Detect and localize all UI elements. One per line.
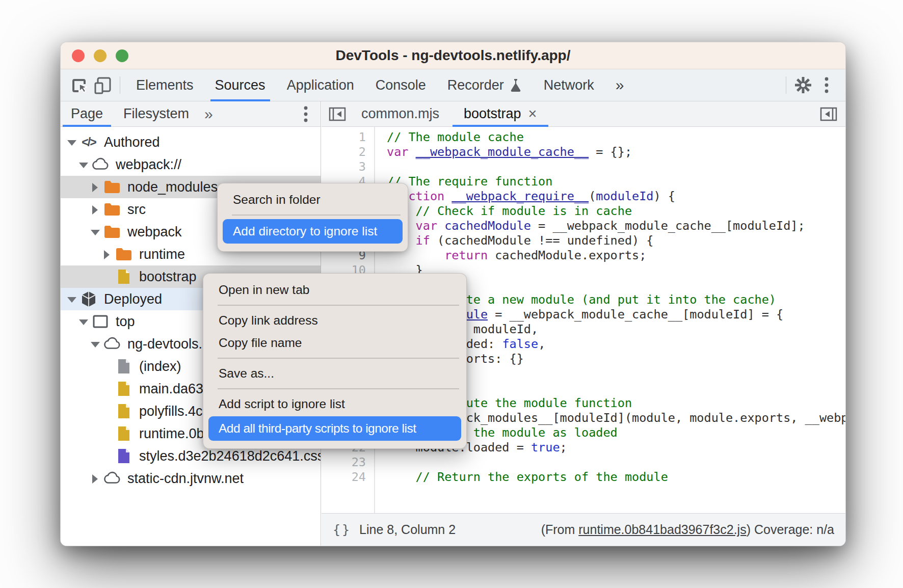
tree-item-label: webpack:// (116, 157, 181, 173)
folder-context-menu: Search in folderAdd directory to ignore … (217, 183, 408, 252)
main-menu-kebab-icon[interactable] (815, 73, 838, 97)
tree-item-authored[interactable]: </>Authored (61, 131, 321, 153)
menu-item-copy-link-address[interactable]: Copy link address (203, 309, 466, 332)
devtools-toolbar: ElementsSourcesApplicationConsoleRecorde… (61, 69, 845, 101)
code-line: if (cachedModule !== undefined) { (387, 233, 845, 248)
tree-item-label: styles.d3e2b24618d2c641.css (139, 448, 321, 464)
code-line: var __webpack_module_cache__ = {}; (387, 145, 845, 159)
menu-separator (232, 215, 401, 216)
cursor-position: Line 8, Column 2 (359, 522, 456, 537)
tab-elements[interactable]: Elements (125, 69, 204, 101)
line-number: 24 (322, 470, 374, 485)
settings-gear-icon[interactable] (791, 73, 815, 97)
disclosure-open-icon[interactable] (67, 295, 75, 304)
navigator-tab-page[interactable]: Page (61, 101, 113, 127)
menu-item-save-as-[interactable]: Save as... (203, 362, 466, 385)
disclosure-closed-icon[interactable] (90, 474, 99, 483)
minimize-window-button[interactable] (94, 49, 107, 62)
disclosure-open-icon[interactable] (90, 340, 99, 349)
source-mapping-info: (From runtime.0b841bad3967f3c2.js) Cover… (541, 522, 834, 537)
tree-item-label: (index) (139, 359, 181, 375)
no-arrow (102, 407, 111, 416)
code-line: // The module cache (387, 130, 845, 145)
tab-application[interactable]: Application (276, 69, 365, 101)
toolbar-divider-right (786, 76, 786, 94)
window-title: DevTools - ng-devtools.netlify.app/ (336, 47, 571, 64)
tree-item-label: node_modules (127, 179, 218, 195)
tab-console[interactable]: Console (365, 69, 437, 101)
tab-sources[interactable]: Sources (204, 69, 276, 101)
disclosure-closed-icon[interactable] (90, 183, 99, 192)
navigator-tabs: PageFilesystem (61, 101, 199, 127)
folder-icon (103, 223, 121, 241)
tree-item-label: webpack (127, 224, 182, 240)
cloud-icon (103, 469, 121, 488)
no-arrow (102, 273, 111, 281)
code-line (387, 455, 845, 470)
title-bar: DevTools - ng-devtools.netlify.app/ (61, 42, 845, 69)
code-line: return cachedModule.exports; (387, 248, 845, 263)
disclosure-closed-icon[interactable] (90, 205, 99, 214)
zoom-window-button[interactable] (116, 49, 128, 62)
code-line: // Return the exports of the module (387, 470, 845, 485)
tree-item-label: main.da63 (139, 381, 203, 397)
source-map-link[interactable]: runtime.0b841bad3967f3c2.js (578, 522, 746, 537)
editor-tabs: common.mjsbootstrap× (349, 101, 549, 127)
file-yellow-icon (115, 402, 133, 420)
code-line: function __webpack_require__(moduleId) { (387, 189, 845, 204)
tab-network[interactable]: Network (533, 69, 605, 101)
menu-item-copy-file-name[interactable]: Copy file name (203, 332, 466, 354)
folder-icon (115, 245, 133, 263)
tree-item-label: runtime (139, 247, 185, 262)
tree-item-label: bootstrap (139, 269, 197, 285)
inspect-element-icon[interactable] (68, 73, 91, 97)
disclosure-open-icon[interactable] (78, 317, 87, 326)
navigator-header: PageFilesystem » (61, 101, 321, 127)
line-number: 3 (322, 159, 374, 174)
menu-separator (218, 358, 459, 359)
debugger-sidebar-toggle-icon[interactable] (817, 102, 840, 126)
editor-status-bar: {} Line 8, Column 2 (From runtime.0b841b… (322, 513, 845, 546)
close-window-button[interactable] (72, 49, 85, 62)
editor-tab-common-mjs[interactable]: common.mjs (349, 101, 452, 127)
no-arrow (102, 385, 111, 393)
menu-separator (218, 305, 459, 306)
file-yellow-icon (115, 424, 133, 443)
disclosure-open-icon[interactable] (78, 161, 87, 169)
editor-tab-bootstrap[interactable]: bootstrap× (452, 101, 549, 127)
file-context-menu: Open in new tabCopy link addressCopy fil… (203, 273, 467, 449)
close-tab-icon[interactable]: × (528, 106, 537, 121)
code-line: var cachedModule = __webpack_module_cach… (387, 219, 845, 233)
disclosure-closed-icon[interactable] (102, 250, 111, 259)
tree-item-label: Deployed (104, 291, 162, 307)
no-arrow (102, 452, 111, 461)
menu-item-add-directory-to-ignore-list[interactable]: Add directory to ignore list (223, 219, 403, 244)
navigator-toggle-icon[interactable] (326, 102, 349, 126)
menu-item-add-script-to-ignore-list[interactable]: Add script to ignore list (203, 393, 466, 415)
frame-icon (91, 312, 110, 331)
tree-item-label: top (116, 314, 135, 330)
menu-separator (218, 388, 459, 389)
more-tabs-chevron[interactable]: » (199, 105, 218, 123)
file-yellow-icon (115, 268, 133, 286)
menu-item-open-in-new-tab[interactable]: Open in new tab (203, 279, 466, 301)
navigator-tab-filesystem[interactable]: Filesystem (113, 101, 199, 127)
disclosure-open-icon[interactable] (90, 228, 99, 236)
no-arrow (102, 362, 111, 371)
more-panels-chevron-icon[interactable]: » (605, 69, 635, 101)
tree-item-static-cdn-jtvnw-net[interactable]: static-cdn.jtvnw.net (61, 467, 321, 490)
tree-item-label: polyfills.4c (139, 404, 203, 419)
menu-item-add-all-third-party-scripts-to-ignore-list[interactable]: Add all third-party scripts to ignore li… (208, 416, 461, 441)
code-line: // Check if module is in cache (387, 204, 845, 219)
panel-tabs: ElementsSourcesApplicationConsoleRecorde… (125, 69, 635, 101)
folder-icon (103, 200, 121, 219)
disclosure-open-icon[interactable] (67, 138, 75, 147)
device-toolbar-icon[interactable] (91, 73, 115, 97)
menu-item-search-in-folder[interactable]: Search in folder (218, 189, 408, 211)
tree-item-webpack-[interactable]: webpack:// (61, 153, 321, 176)
tab-recorder[interactable]: Recorder (437, 69, 533, 101)
folder-icon (103, 178, 121, 196)
line-number: 1 (322, 130, 374, 145)
pretty-print-braces-icon[interactable]: {} (333, 522, 351, 537)
navigator-kebab-icon[interactable] (294, 102, 317, 126)
